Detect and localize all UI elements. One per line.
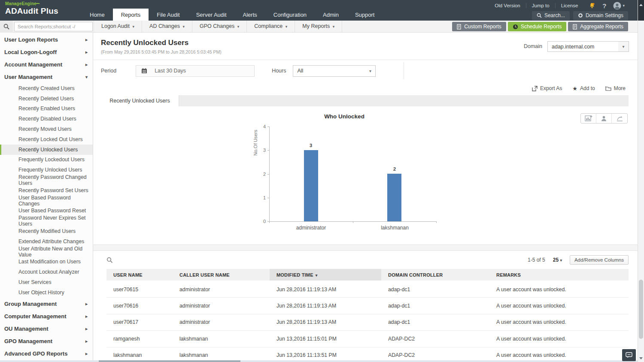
sidebar-item-recently-disabled-users[interactable]: Recently Disabled Users xyxy=(0,114,93,124)
nav-tab-admin[interactable]: Admin xyxy=(315,9,347,21)
table-search-icon[interactable] xyxy=(106,257,113,263)
aggregate-reports-button[interactable]: Aggregate Reports xyxy=(568,22,628,31)
utility-link-old-version[interactable]: Old Version xyxy=(489,3,526,8)
sidebar-category-local-logon-logoff[interactable]: Local Logon-Logoff▸ xyxy=(0,46,93,58)
scroll-up-arrow-icon[interactable] xyxy=(639,4,643,6)
chart-user-icon[interactable] xyxy=(596,114,612,123)
menu-label: GPO Changes xyxy=(200,23,234,29)
chevron-right-icon: ▸ xyxy=(85,50,88,54)
report-search-input[interactable] xyxy=(14,22,93,31)
hscrollbar-thumb[interactable] xyxy=(99,360,240,362)
sidebar-item-user-services[interactable]: User Services xyxy=(0,277,93,287)
add-to-button[interactable]: ★ Add to xyxy=(572,85,595,92)
reports-toolbar: Logon Audit ▾AD Changes ▾GPO Changes ▾Co… xyxy=(0,21,638,33)
col-header-caller-user-name[interactable]: CALLER USER NAME xyxy=(173,269,270,281)
sidebar-item-recently-moved-users[interactable]: Recently Moved Users xyxy=(0,124,93,134)
hours-select[interactable]: All ▾ xyxy=(293,65,376,77)
menu-ad-changes[interactable]: AD Changes ▾ xyxy=(142,21,192,33)
period-label: Period xyxy=(101,68,116,74)
sidebar-item-recently-unlocked-users[interactable]: Recently Unlocked Users xyxy=(0,145,93,155)
menu-gpo-changes[interactable]: GPO Changes ▾ xyxy=(192,21,247,33)
chart-bar-lakshmanan[interactable] xyxy=(387,174,401,221)
sidebar-item-user-based-password-reset[interactable]: User Based Password Reset xyxy=(0,206,93,216)
sidebar-item-recently-password-set-users[interactable]: Recently Password Set Users xyxy=(0,185,93,196)
export-as-button[interactable]: Export As xyxy=(532,85,562,91)
sidebar-item-user-object-history[interactable]: User Object History xyxy=(0,287,93,298)
domain-settings-button[interactable]: Domain Settings xyxy=(573,11,628,20)
results-table: USER NAMECALLER USER NAMEMODIFIED TIME▾D… xyxy=(106,269,629,362)
sidebar-category-user-logon-reports[interactable]: User Logon Reports▸ xyxy=(0,33,93,46)
menu-label: Compliance xyxy=(254,23,283,29)
clock-icon xyxy=(513,24,518,30)
help-icon[interactable]: ? xyxy=(601,2,608,9)
sidebar-category-computer-management[interactable]: Computer Management▸ xyxy=(0,310,93,323)
domain-select[interactable]: adap.internal.com ▾ xyxy=(547,41,629,52)
sidebar-item-recently-modified-users[interactable]: Recently Modified Users xyxy=(0,226,93,236)
custom-reports-button[interactable]: Custom Reports xyxy=(452,22,506,31)
period-field[interactable]: Last 30 Days xyxy=(136,65,255,77)
chevron-down-icon: ▾ xyxy=(284,24,287,29)
sidebar-item-last-modification-on-users[interactable]: Last Modification on Users xyxy=(0,257,93,267)
horizontal-scrollbar[interactable] xyxy=(0,360,638,362)
chart-type-icon[interactable] xyxy=(581,114,596,123)
nav-tab-home[interactable]: Home xyxy=(82,9,113,21)
sidebar-item-account-lockout-analyzer[interactable]: Account Lockout Analyzer xyxy=(0,267,93,277)
nav-tab-reports[interactable]: Reports xyxy=(113,9,149,21)
sidebar-item-recently-deleted-users[interactable]: Recently Deleted Users xyxy=(0,94,93,104)
nav-tab-server-audit[interactable]: Server Audit xyxy=(188,9,235,21)
sidebar-category-account-management[interactable]: Account Management▸ xyxy=(0,58,93,71)
sidebar-item-recently-locked-out-users[interactable]: Recently Locked Out Users xyxy=(0,134,93,145)
nav-tab-alerts[interactable]: Alerts xyxy=(235,9,265,21)
chevron-right-icon: ▸ xyxy=(85,339,88,344)
chart-bar-administrator[interactable] xyxy=(304,150,318,221)
schedule-reports-button[interactable]: Schedule Reports xyxy=(508,22,566,31)
table-cell: A user account was unlocked. xyxy=(489,298,629,314)
sidebar-category-gpo-management[interactable]: GPO Management▸ xyxy=(0,335,93,347)
sidebar-category-advanced-gpo-reports[interactable]: Advanced GPO Reports▸ xyxy=(0,347,93,360)
sidebar-item-extended-attribute-changes[interactable]: Extended Attribute Changes xyxy=(0,236,93,247)
col-header-domain-controller[interactable]: DOMAIN CONTROLLER xyxy=(381,269,489,281)
table-cell: administrator xyxy=(173,281,270,298)
chevron-right-icon: ▸ xyxy=(85,314,88,319)
menu-my-reports[interactable]: My Reports ▾ xyxy=(295,21,342,33)
menu-logon-audit[interactable]: Logon Audit ▾ xyxy=(94,21,142,33)
feedback-chat-button[interactable] xyxy=(622,349,636,361)
global-search-button[interactable]: Search... xyxy=(532,11,570,20)
add-remove-columns-button[interactable]: Add/Remove Columns xyxy=(570,255,629,265)
sidebar-item-recently-created-users[interactable]: Recently Created Users xyxy=(0,83,93,94)
x-category-label: administrator xyxy=(269,225,353,231)
col-header-user-name[interactable]: USER NAME xyxy=(106,269,173,281)
vertical-scrollbar[interactable] xyxy=(638,0,644,362)
nav-tab-file-audit[interactable]: File Audit xyxy=(149,9,188,21)
user-avatar[interactable]: ▾ xyxy=(613,2,625,10)
sidebar-category-ou-management[interactable]: OU Management▸ xyxy=(0,323,93,335)
menu-compliance[interactable]: Compliance ▾ xyxy=(247,21,295,33)
sidebar-item-recently-password-changed-users[interactable]: Recently Password Changed Users xyxy=(0,175,93,185)
notification-bell-icon[interactable] xyxy=(589,2,595,9)
sidebar-item-recently-enabled-users[interactable]: Recently Enabled Users xyxy=(0,104,93,114)
col-header-remarks[interactable]: REMARKS xyxy=(489,269,629,281)
sidebar-item-user-based-password-changes[interactable]: User Based Password Changes xyxy=(0,196,93,206)
sidebar-item-frequently-unlocked-users[interactable]: Frequently Unlocked Users xyxy=(0,165,93,175)
scroll-down-arrow-icon[interactable] xyxy=(639,357,643,359)
sidebar-category-group-management[interactable]: Group Management▸ xyxy=(0,298,93,310)
page-size-select[interactable]: 25 ▾ xyxy=(553,257,562,263)
utility-link-license[interactable]: License xyxy=(556,3,584,8)
scrollbar-thumb[interactable] xyxy=(639,280,643,339)
tab-recently-unlocked-users[interactable]: Recently Unlocked Users xyxy=(101,95,179,106)
y-tick-mark xyxy=(267,150,269,151)
more-button[interactable]: More xyxy=(605,85,626,91)
nav-tab-support[interactable]: Support xyxy=(347,9,383,21)
sidebar-item-frequently-lockedout-users[interactable]: Frequently Lockedout Users xyxy=(0,155,93,165)
col-header-modified-time[interactable]: MODIFIED TIME▾ xyxy=(270,269,381,281)
sidebar-category-user-management[interactable]: User Management▾ xyxy=(0,71,93,83)
nav-tab-configuration[interactable]: Configuration xyxy=(265,9,315,21)
sidebar-category-label: Account Management xyxy=(4,61,62,68)
sidebar-item-password-never-expires-set-users[interactable]: Password Never Expires Set Users xyxy=(0,216,93,226)
avatar-caret-icon: ▾ xyxy=(623,3,625,8)
chart-refresh-icon[interactable] xyxy=(612,114,627,123)
chevron-down-icon: ▾ xyxy=(85,75,88,79)
utility-link-jump-to[interactable]: Jump to xyxy=(526,3,556,8)
sidebar-category-label: Group Management xyxy=(4,301,57,307)
sidebar-item-user-attribute-new-and-old-value[interactable]: User Attribute New and Old Value xyxy=(0,247,93,257)
